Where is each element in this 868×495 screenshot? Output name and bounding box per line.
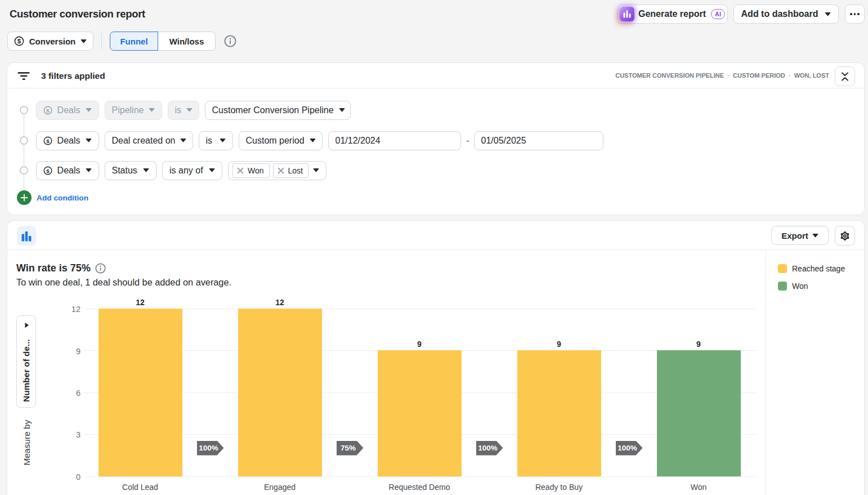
svg-text:$: $: [46, 167, 50, 173]
svg-text:$: $: [17, 38, 21, 44]
svg-text:$: $: [46, 107, 50, 113]
svg-text:$: $: [46, 137, 50, 144]
